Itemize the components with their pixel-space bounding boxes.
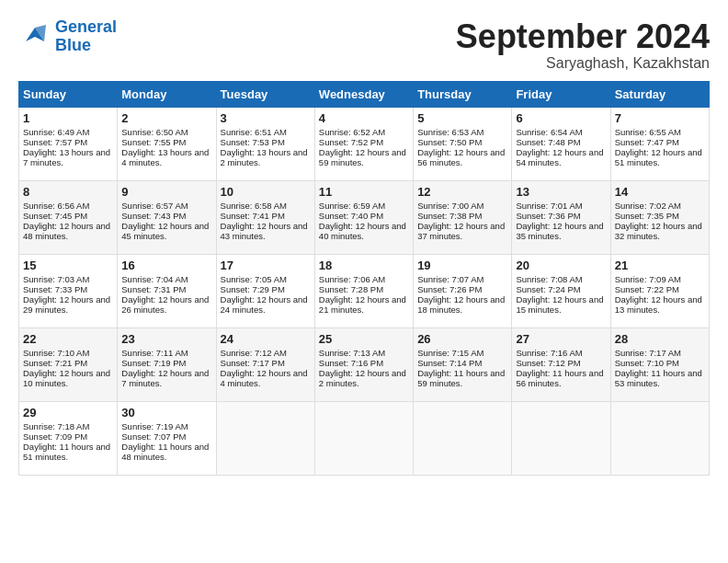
day-number: 22 — [23, 332, 113, 346]
col-thursday: Thursday — [414, 81, 512, 107]
calendar-cell — [512, 401, 610, 475]
sunrise-text: Sunrise: 6:59 AM — [319, 201, 385, 211]
sunset-text: Sunset: 7:29 PM — [221, 284, 285, 294]
daylight-text: Daylight: 12 hours and 13 minutes. — [615, 294, 702, 315]
sunrise-text: Sunrise: 6:51 AM — [221, 127, 287, 137]
sunrise-text: Sunrise: 7:18 AM — [23, 421, 89, 431]
sunset-text: Sunset: 7:24 PM — [516, 284, 580, 294]
calendar-cell: 7 Sunrise: 6:55 AM Sunset: 7:47 PM Dayli… — [610, 107, 709, 180]
calendar-cell — [610, 401, 709, 475]
sunset-text: Sunset: 7:52 PM — [319, 137, 383, 147]
calendar-cell: 16 Sunrise: 7:04 AM Sunset: 7:31 PM Dayl… — [118, 254, 216, 327]
sunrise-text: Sunrise: 6:56 AM — [23, 201, 89, 211]
calendar-cell: 2 Sunrise: 6:50 AM Sunset: 7:55 PM Dayli… — [118, 107, 216, 180]
day-number: 30 — [121, 406, 211, 419]
sunset-text: Sunset: 7:38 PM — [417, 211, 482, 221]
day-number: 27 — [516, 332, 606, 346]
calendar-cell: 11 Sunrise: 6:59 AM Sunset: 7:40 PM Dayl… — [314, 180, 413, 254]
calendar-cell: 9 Sunrise: 6:57 AM Sunset: 7:43 PM Dayli… — [118, 180, 216, 254]
sunrise-text: Sunrise: 7:17 AM — [615, 348, 681, 358]
col-wednesday: Wednesday — [314, 81, 413, 107]
daylight-text: Daylight: 12 hours and 48 minutes. — [23, 221, 110, 241]
day-number: 29 — [23, 406, 113, 419]
daylight-text: Daylight: 12 hours and 40 minutes. — [319, 221, 406, 241]
daylight-text: Daylight: 12 hours and 7 minutes. — [121, 368, 209, 388]
day-number: 11 — [319, 185, 409, 199]
calendar-cell: 29 Sunrise: 7:18 AM Sunset: 7:09 PM Dayl… — [19, 401, 118, 475]
col-tuesday: Tuesday — [216, 81, 314, 107]
day-number: 17 — [221, 259, 311, 272]
daylight-text: Daylight: 12 hours and 59 minutes. — [319, 147, 406, 167]
daylight-text: Daylight: 12 hours and 21 minutes. — [319, 294, 406, 315]
calendar-cell: 24 Sunrise: 7:12 AM Sunset: 7:17 PM Dayl… — [216, 327, 314, 401]
sunset-text: Sunset: 7:36 PM — [516, 211, 580, 221]
daylight-text: Daylight: 12 hours and 43 minutes. — [221, 221, 308, 241]
day-number: 6 — [516, 111, 606, 125]
day-number: 12 — [417, 185, 507, 199]
calendar-cell — [216, 401, 314, 475]
sunset-text: Sunset: 7:26 PM — [417, 284, 482, 294]
calendar-cell: 5 Sunrise: 6:53 AM Sunset: 7:50 PM Dayli… — [414, 107, 512, 180]
calendar-cell: 20 Sunrise: 7:08 AM Sunset: 7:24 PM Dayl… — [512, 254, 610, 327]
logo-blue: Blue — [55, 37, 117, 55]
day-number: 25 — [319, 332, 409, 346]
sunrise-text: Sunrise: 7:05 AM — [221, 274, 287, 284]
daylight-text: Daylight: 12 hours and 24 minutes. — [221, 294, 308, 315]
sunrise-text: Sunrise: 7:03 AM — [23, 274, 89, 284]
sunset-text: Sunset: 7:41 PM — [221, 211, 285, 221]
daylight-text: Daylight: 12 hours and 51 minutes. — [615, 147, 702, 167]
sunrise-text: Sunrise: 6:53 AM — [417, 127, 483, 137]
calendar-cell — [414, 401, 512, 475]
sunrise-text: Sunrise: 6:52 AM — [319, 127, 385, 137]
sunrise-text: Sunrise: 6:49 AM — [23, 127, 89, 137]
calendar-cell: 21 Sunrise: 7:09 AM Sunset: 7:22 PM Dayl… — [610, 254, 709, 327]
week-row: 1 Sunrise: 6:49 AM Sunset: 7:57 PM Dayli… — [19, 107, 710, 180]
logo-bird-icon — [18, 23, 51, 51]
week-row: 15 Sunrise: 7:03 AM Sunset: 7:33 PM Dayl… — [19, 254, 710, 327]
sunset-text: Sunset: 7:07 PM — [121, 431, 186, 442]
daylight-text: Daylight: 13 hours and 2 minutes. — [221, 147, 308, 167]
sunrise-text: Sunrise: 7:12 AM — [221, 348, 287, 358]
calendar-cell: 14 Sunrise: 7:02 AM Sunset: 7:35 PM Dayl… — [610, 180, 709, 254]
daylight-text: Daylight: 12 hours and 2 minutes. — [319, 368, 406, 388]
sunrise-text: Sunrise: 7:15 AM — [417, 348, 483, 358]
title-block: September 2024 Saryaghash, Kazakhstan — [456, 18, 710, 72]
day-number: 23 — [121, 332, 211, 346]
sunrise-text: Sunrise: 7:13 AM — [319, 348, 385, 358]
daylight-text: Daylight: 12 hours and 35 minutes. — [516, 221, 603, 241]
day-number: 13 — [516, 185, 606, 199]
week-row: 22 Sunrise: 7:10 AM Sunset: 7:21 PM Dayl… — [19, 327, 710, 401]
daylight-text: Daylight: 11 hours and 48 minutes. — [121, 442, 209, 462]
daylight-text: Daylight: 12 hours and 45 minutes. — [121, 221, 209, 241]
day-number: 20 — [516, 259, 606, 272]
col-monday: Monday — [118, 81, 216, 107]
sunrise-text: Sunrise: 7:06 AM — [319, 274, 385, 284]
calendar-cell: 8 Sunrise: 6:56 AM Sunset: 7:45 PM Dayli… — [19, 180, 118, 254]
sunset-text: Sunset: 7:50 PM — [417, 137, 482, 147]
sunset-text: Sunset: 7:09 PM — [23, 431, 87, 442]
sunrise-text: Sunrise: 6:50 AM — [121, 127, 188, 137]
sunset-text: Sunset: 7:47 PM — [615, 137, 679, 147]
day-number: 9 — [121, 185, 211, 199]
day-number: 15 — [23, 259, 113, 272]
logo-text: General Blue — [55, 18, 117, 55]
col-friday: Friday — [512, 81, 610, 107]
day-number: 18 — [319, 259, 409, 272]
day-number: 16 — [121, 259, 211, 272]
calendar-cell: 26 Sunrise: 7:15 AM Sunset: 7:14 PM Dayl… — [414, 327, 512, 401]
day-number: 3 — [221, 111, 311, 125]
logo-general: General — [55, 17, 117, 36]
sunset-text: Sunset: 7:40 PM — [319, 211, 383, 221]
calendar-cell: 15 Sunrise: 7:03 AM Sunset: 7:33 PM Dayl… — [19, 254, 118, 327]
header-row: Sunday Monday Tuesday Wednesday Thursday… — [19, 81, 710, 107]
sunrise-text: Sunrise: 7:08 AM — [516, 274, 582, 284]
day-number: 14 — [615, 185, 705, 199]
sunrise-text: Sunrise: 7:11 AM — [121, 348, 188, 358]
sunrise-text: Sunrise: 7:10 AM — [23, 348, 89, 358]
calendar-cell: 4 Sunrise: 6:52 AM Sunset: 7:52 PM Dayli… — [314, 107, 413, 180]
sunset-text: Sunset: 7:48 PM — [516, 137, 580, 147]
daylight-text: Daylight: 12 hours and 4 minutes. — [221, 368, 308, 388]
day-number: 1 — [23, 111, 113, 125]
daylight-text: Daylight: 12 hours and 15 minutes. — [516, 294, 603, 315]
sunrise-text: Sunrise: 7:00 AM — [417, 201, 483, 211]
